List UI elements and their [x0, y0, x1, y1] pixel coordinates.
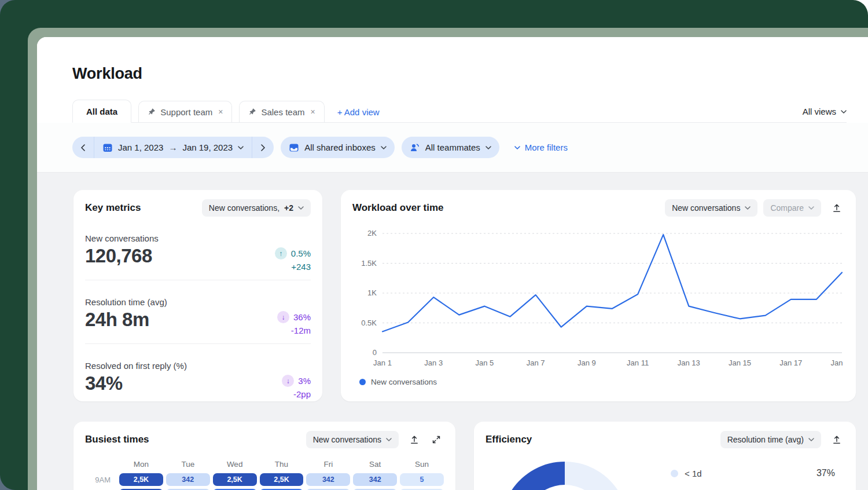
metric-row: 120,768 ↑ 0.5% +243: [85, 246, 311, 272]
metric-change: ↓ 3% -2pp: [282, 373, 311, 399]
heat-cell: 2,5K: [260, 473, 304, 486]
tab-support-team[interactable]: Support team ×: [138, 101, 232, 122]
heat-day-label: Sat: [353, 460, 397, 470]
metric-change-percent: ↑ 0.5%: [275, 247, 311, 259]
date-next-button[interactable]: [252, 137, 274, 158]
export-button[interactable]: [829, 432, 844, 447]
teammates-icon: [410, 142, 420, 153]
metric-row: 34% ↓ 3% -2pp: [85, 373, 311, 399]
compare-selector[interactable]: Compare: [763, 199, 821, 217]
tab-all-data[interactable]: All data: [72, 100, 131, 123]
date-prev-button[interactable]: [72, 137, 94, 158]
teammates-filter-pill: All teammates: [402, 137, 499, 158]
inbox-filter-selector[interactable]: All shared inboxes: [281, 137, 395, 158]
page-header: Workload All data Support team × Sa: [37, 37, 868, 123]
efficiency-metric-selector[interactable]: Resolution time (avg): [720, 431, 821, 448]
trend-down-icon: ↓: [282, 375, 294, 387]
metric-divider: [85, 343, 311, 344]
legend-label: New conversations: [371, 378, 437, 386]
heat-day-label: Thu: [260, 460, 304, 470]
add-view-button[interactable]: + Add view: [337, 107, 380, 122]
all-views-dropdown[interactable]: All views: [803, 107, 847, 122]
svg-text:2K: 2K: [367, 229, 377, 237]
card-title: Busiest times: [85, 434, 149, 445]
selector-label: New conversations: [672, 203, 740, 213]
teammates-filter-label: All teammates: [425, 142, 480, 152]
close-icon[interactable]: ×: [310, 107, 315, 116]
metric-label: New conversations: [85, 233, 311, 243]
key-metrics-selector[interactable]: New conversations, +2: [202, 199, 311, 217]
metric-label: Resolved on first reply (%): [85, 361, 311, 371]
tab-sales-team[interactable]: Sales team ×: [239, 101, 324, 122]
selector-label: New conversations: [313, 435, 381, 444]
inbox-filter-pill: All shared inboxes: [281, 137, 395, 158]
metric-divider: [85, 280, 311, 280]
teammates-filter-selector[interactable]: All teammates: [402, 137, 499, 158]
chevron-down-icon: [298, 206, 304, 210]
efficiency-header: Efficiency Resolution time (avg): [486, 431, 844, 448]
chevron-down-icon: [386, 438, 392, 441]
workload-line-chart: 2K1.5K1K0.5K0Jan 1Jan 3Jan 5Jan 7Jan 9Ja…: [352, 226, 844, 371]
selector-label: Resolution time (avg): [727, 435, 804, 444]
heat-cell: 342: [353, 473, 397, 486]
metric-change: ↑ 0.5% +243: [275, 246, 311, 272]
svg-text:1.5K: 1.5K: [361, 259, 377, 268]
card-title: Key metrics: [85, 202, 141, 214]
legend-value: 37%: [816, 468, 835, 478]
svg-text:Jan 17: Jan 17: [779, 359, 802, 367]
metric-row: 24h 8m ↓ 36% -12m: [85, 309, 311, 335]
top-card-row: Key metrics New conversations, +2 New co…: [73, 190, 856, 401]
chevron-down-icon: [381, 146, 387, 149]
busiest-times-grid: MonTueWedThuFriSatSun9AM2,5K3422,5K2,5K3…: [85, 460, 444, 490]
heat-day-label: Wed: [213, 460, 257, 470]
busiest-times-header: Busiest times New conversations: [85, 431, 444, 448]
heat-day-label: Sun: [400, 460, 444, 470]
legend-dot-icon: [671, 470, 678, 477]
heat-day-label: Fri: [306, 460, 350, 470]
workload-over-time-card: Workload over time New conversations Com…: [341, 190, 856, 401]
date-end: Jan 19, 2023: [182, 142, 233, 152]
more-filters-button[interactable]: More filters: [514, 142, 568, 152]
compare-label: Compare: [770, 203, 804, 213]
donut-segment-light: [565, 462, 628, 490]
svg-text:Jan 11: Jan 11: [627, 359, 649, 367]
metric-change-percent: ↓ 3%: [282, 375, 311, 387]
chevron-down-icon: [808, 438, 814, 441]
more-filters-label: More filters: [525, 142, 568, 152]
heat-time-label: 9AM: [85, 476, 116, 484]
legend-dot-icon: [359, 379, 366, 385]
workload-metric-selector[interactable]: New conversations: [665, 199, 757, 217]
export-button[interactable]: [829, 200, 844, 215]
svg-text:0.5K: 0.5K: [361, 319, 377, 327]
metric-change-delta: -12m: [291, 326, 311, 335]
metric-change: ↓ 36% -12m: [277, 309, 311, 335]
view-tabs: All data Support team × Sales team ×: [72, 100, 847, 123]
export-icon: [409, 434, 420, 445]
date-range-selector[interactable]: Jan 1, 2023 → Jan 19, 2023: [94, 137, 252, 158]
export-button[interactable]: [407, 432, 422, 447]
metric-resolved-first-reply: Resolved on first reply (%) 34% ↓ 3% -2p…: [85, 361, 311, 399]
page-title: Workload: [72, 64, 847, 83]
close-icon[interactable]: ×: [218, 107, 223, 116]
metric-resolution-time: Resolution time (avg) 24h 8m ↓ 36% -12m: [85, 297, 311, 335]
filter-bar: Jan 1, 2023 → Jan 19, 2023 Al: [37, 123, 868, 173]
expand-button[interactable]: [429, 432, 444, 447]
metric-new-conversations: New conversations 120,768 ↑ 0.5% +243: [85, 233, 311, 272]
date-range-pill: Jan 1, 2023 → Jan 19, 2023: [72, 137, 274, 158]
export-icon: [832, 203, 842, 213]
bottom-card-row: Busiest times New conversations: [73, 422, 856, 490]
svg-text:Jan 13: Jan 13: [678, 359, 700, 367]
svg-text:0: 0: [373, 348, 377, 357]
card-title: Efficiency: [486, 434, 532, 445]
heat-day-label: Mon: [119, 460, 163, 470]
heat-cell: 5: [400, 473, 444, 486]
metric-value: 24h 8m: [85, 309, 149, 331]
trend-up-icon: ↑: [275, 247, 287, 259]
workload-chart-header: Workload over time New conversations Com…: [352, 199, 844, 217]
heat-cell: 342: [166, 473, 210, 486]
card-title: Workload over time: [352, 202, 443, 214]
selector-badge: +2: [284, 203, 293, 213]
busiest-metric-selector[interactable]: New conversations: [306, 431, 399, 448]
chevron-down-icon: [514, 146, 520, 149]
svg-text:Jan 15: Jan 15: [729, 359, 751, 367]
